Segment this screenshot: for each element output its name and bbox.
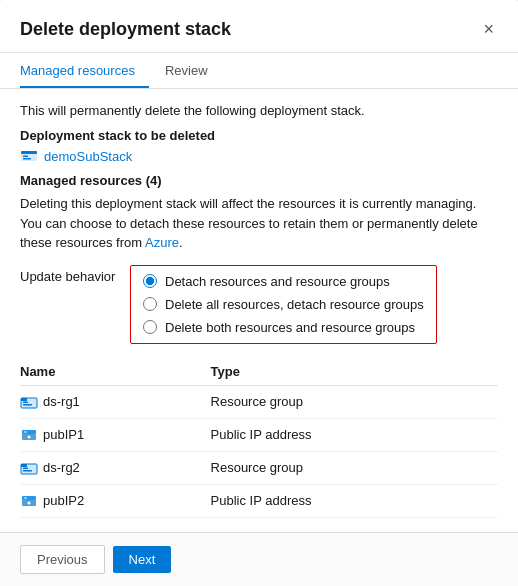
radio-delete-resources[interactable]: Delete all resources, detach resource gr…: [143, 297, 424, 312]
delete-deployment-stack-dialog: Delete deployment stack × Managed resour…: [0, 0, 518, 586]
resource-type-cell: Public IP address: [211, 418, 498, 451]
resource-type-cell: Resource group: [211, 451, 498, 484]
update-behavior-row: Update behavior Detach resources and res…: [20, 265, 498, 344]
resource-name: pubIP2: [43, 493, 84, 508]
dialog-body: This will permanently delete the followi…: [0, 89, 518, 532]
svg-rect-8: [23, 404, 32, 406]
radio-detach[interactable]: Detach resources and resource groups: [143, 274, 424, 289]
resource-name: ds-rg1: [43, 394, 80, 409]
svg-rect-7: [23, 401, 28, 403]
dialog-title: Delete deployment stack: [20, 19, 231, 40]
tab-managed-resources[interactable]: Managed resources: [20, 53, 149, 88]
resource-name-cell: ds-rg2: [20, 451, 211, 484]
managed-resources-header: Managed resources (4): [20, 173, 498, 188]
svg-rect-2: [23, 156, 28, 158]
radio-delete-both[interactable]: Delete both resources and resource group…: [143, 320, 424, 335]
svg-rect-18: [23, 470, 32, 472]
resource-type-cell: Public IP address: [211, 484, 498, 517]
stack-name-link[interactable]: demoSubStack: [44, 149, 132, 164]
resource-name-cell: pubIP2: [20, 484, 211, 517]
public-ip-icon: [20, 492, 38, 510]
tab-bar: Managed resources Review: [0, 53, 518, 89]
radio-delete-resources-label: Delete all resources, detach resource gr…: [165, 297, 424, 312]
col-type: Type: [211, 358, 498, 386]
table-row: pubIP1Public IP address: [20, 418, 498, 451]
resource-name: ds-rg2: [43, 460, 80, 475]
previous-button[interactable]: Previous: [20, 545, 105, 574]
deployment-stack-label: Deployment stack to be deleted: [20, 128, 498, 143]
resource-group-icon: [20, 459, 38, 477]
table-row: pubIP2Public IP address: [20, 484, 498, 517]
radio-delete-resources-input[interactable]: [143, 297, 157, 311]
table-row: ds-rg2Resource group: [20, 451, 498, 484]
stack-name-row: demoSubStack: [20, 147, 498, 165]
resource-name-cell: pubIP1: [20, 418, 211, 451]
table-row: ds-rg1Resource group: [20, 385, 498, 418]
radio-delete-both-input[interactable]: [143, 320, 157, 334]
next-button[interactable]: Next: [113, 546, 172, 573]
radio-detach-label: Detach resources and resource groups: [165, 274, 390, 289]
stack-icon: [20, 147, 38, 165]
col-name: Name: [20, 358, 211, 386]
resource-name-cell: ds-rg1: [20, 385, 211, 418]
dialog-footer: Previous Next: [0, 532, 518, 586]
resources-table: Name Type ds-rg1Resource group pubIP1Pub…: [20, 358, 498, 518]
info-text: This will permanently delete the followi…: [20, 103, 498, 118]
update-behavior-label: Update behavior: [20, 265, 120, 284]
svg-rect-21: [24, 497, 27, 498]
radio-detach-input[interactable]: [143, 274, 157, 288]
svg-rect-17: [23, 467, 28, 469]
description-text: Deleting this deployment stack will affe…: [20, 194, 498, 253]
resource-type-cell: Resource group: [211, 385, 498, 418]
svg-rect-1: [21, 151, 37, 154]
svg-rect-3: [23, 158, 31, 160]
svg-point-13: [28, 435, 31, 438]
table-header: Name Type: [20, 358, 498, 386]
table-body: ds-rg1Resource group pubIP1Public IP add…: [20, 385, 498, 517]
svg-point-23: [28, 501, 31, 504]
resource-name: pubIP1: [43, 427, 84, 442]
resource-group-icon: [20, 393, 38, 411]
public-ip-icon: [20, 426, 38, 444]
azure-link[interactable]: Azure: [145, 235, 179, 250]
radio-group: Detach resources and resource groups Del…: [130, 265, 437, 344]
tab-review[interactable]: Review: [165, 53, 222, 88]
dialog-header: Delete deployment stack ×: [0, 0, 518, 53]
svg-rect-11: [24, 431, 27, 432]
close-button[interactable]: ×: [479, 18, 498, 40]
radio-delete-both-label: Delete both resources and resource group…: [165, 320, 415, 335]
